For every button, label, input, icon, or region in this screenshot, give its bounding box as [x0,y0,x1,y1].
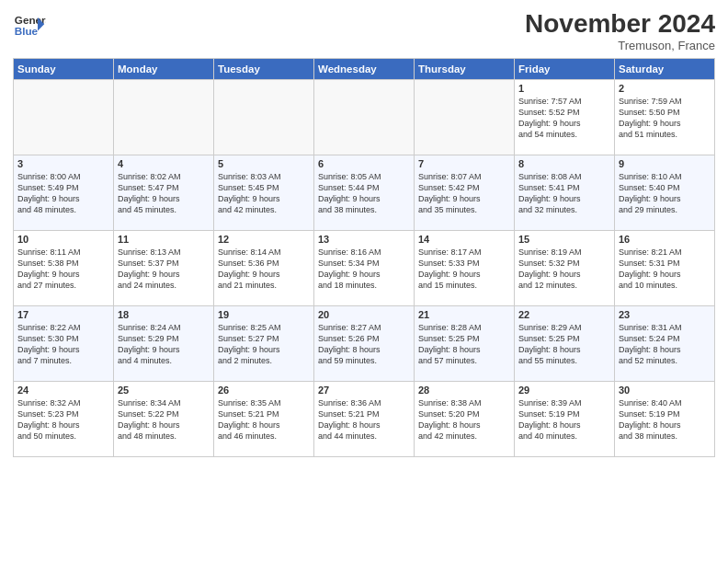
day-info: Sunrise: 8:17 AM Sunset: 5:33 PM Dayligh… [418,247,510,292]
day-number: 17 [17,309,109,320]
day-info: Sunrise: 8:27 AM Sunset: 5:26 PM Dayligh… [318,322,410,367]
day-number: 18 [118,309,210,320]
calendar-cell: 15Sunrise: 8:19 AM Sunset: 5:32 PM Dayli… [515,231,615,306]
day-info: Sunrise: 8:16 AM Sunset: 5:34 PM Dayligh… [318,247,410,292]
day-number: 8 [518,158,610,169]
calendar-cell: 16Sunrise: 8:21 AM Sunset: 5:31 PM Dayli… [615,231,715,306]
day-info: Sunrise: 8:38 AM Sunset: 5:20 PM Dayligh… [418,397,510,442]
calendar-cell: 27Sunrise: 8:36 AM Sunset: 5:21 PM Dayli… [314,382,415,457]
day-number: 2 [619,83,711,94]
day-number: 28 [418,385,510,396]
calendar-table: Sunday Monday Tuesday Wednesday Thursday… [13,58,715,457]
calendar-cell: 10Sunrise: 8:11 AM Sunset: 5:38 PM Dayli… [14,231,114,306]
calendar-week-row: 24Sunrise: 8:32 AM Sunset: 5:23 PM Dayli… [14,382,715,457]
calendar-week-row: 17Sunrise: 8:22 AM Sunset: 5:30 PM Dayli… [14,306,715,382]
day-number: 4 [118,158,210,169]
day-number: 22 [518,309,610,320]
col-tuesday: Tuesday [214,59,314,80]
logo-icon: General Blue [13,9,46,42]
col-saturday: Saturday [615,59,715,80]
day-info: Sunrise: 8:10 AM Sunset: 5:40 PM Dayligh… [619,171,711,216]
calendar-week-row: 3Sunrise: 8:00 AM Sunset: 5:49 PM Daylig… [14,155,715,231]
location: Tremuson, France [525,39,715,52]
col-wednesday: Wednesday [314,59,415,80]
calendar-cell: 2Sunrise: 7:59 AM Sunset: 5:50 PM Daylig… [615,80,715,155]
day-number: 6 [318,158,410,169]
day-number: 26 [218,385,310,396]
calendar-cell: 8Sunrise: 8:08 AM Sunset: 5:41 PM Daylig… [515,155,615,231]
calendar-cell: 4Sunrise: 8:02 AM Sunset: 5:47 PM Daylig… [114,155,214,231]
day-info: Sunrise: 8:40 AM Sunset: 5:19 PM Dayligh… [619,397,711,442]
calendar-cell: 28Sunrise: 8:38 AM Sunset: 5:20 PM Dayli… [415,382,515,457]
day-info: Sunrise: 8:29 AM Sunset: 5:25 PM Dayligh… [518,322,610,367]
day-info: Sunrise: 8:07 AM Sunset: 5:42 PM Dayligh… [418,171,510,216]
day-info: Sunrise: 7:57 AM Sunset: 5:52 PM Dayligh… [518,96,610,141]
month-title: November 2024 [525,9,715,39]
calendar-cell: 5Sunrise: 8:03 AM Sunset: 5:45 PM Daylig… [214,155,314,231]
day-info: Sunrise: 8:35 AM Sunset: 5:21 PM Dayligh… [218,397,310,442]
day-number: 27 [318,385,410,396]
day-number: 29 [518,385,610,396]
page: General Blue November 2024 Tremuson, Fra… [0,0,728,563]
calendar-week-row: 1Sunrise: 7:57 AM Sunset: 5:52 PM Daylig… [14,80,715,155]
calendar-cell: 23Sunrise: 8:31 AM Sunset: 5:24 PM Dayli… [615,306,715,382]
day-number: 12 [218,234,310,245]
day-number: 10 [17,234,109,245]
calendar-cell [114,80,214,155]
calendar-cell: 20Sunrise: 8:27 AM Sunset: 5:26 PM Dayli… [314,306,415,382]
day-info: Sunrise: 8:05 AM Sunset: 5:44 PM Dayligh… [318,171,410,216]
day-info: Sunrise: 8:36 AM Sunset: 5:21 PM Dayligh… [318,397,410,442]
day-number: 14 [418,234,510,245]
day-number: 19 [218,309,310,320]
title-block: November 2024 Tremuson, France [525,9,715,52]
col-thursday: Thursday [415,59,515,80]
svg-text:Blue: Blue [15,25,39,37]
day-number: 7 [418,158,510,169]
day-info: Sunrise: 7:59 AM Sunset: 5:50 PM Dayligh… [619,96,711,141]
day-number: 25 [118,385,210,396]
calendar-week-row: 10Sunrise: 8:11 AM Sunset: 5:38 PM Dayli… [14,231,715,306]
day-number: 16 [619,234,711,245]
logo: General Blue [13,9,46,42]
calendar-cell [415,80,515,155]
header: General Blue November 2024 Tremuson, Fra… [13,9,715,52]
col-monday: Monday [114,59,214,80]
col-friday: Friday [515,59,615,80]
calendar-cell: 9Sunrise: 8:10 AM Sunset: 5:40 PM Daylig… [615,155,715,231]
calendar-cell: 17Sunrise: 8:22 AM Sunset: 5:30 PM Dayli… [14,306,114,382]
day-number: 21 [418,309,510,320]
calendar-cell: 29Sunrise: 8:39 AM Sunset: 5:19 PM Dayli… [515,382,615,457]
day-info: Sunrise: 8:19 AM Sunset: 5:32 PM Dayligh… [518,247,610,292]
day-number: 23 [619,309,711,320]
calendar-cell [314,80,415,155]
day-number: 9 [619,158,711,169]
calendar-cell [14,80,114,155]
day-info: Sunrise: 8:13 AM Sunset: 5:37 PM Dayligh… [118,247,210,292]
day-info: Sunrise: 8:14 AM Sunset: 5:36 PM Dayligh… [218,247,310,292]
day-info: Sunrise: 8:25 AM Sunset: 5:27 PM Dayligh… [218,322,310,367]
day-info: Sunrise: 8:02 AM Sunset: 5:47 PM Dayligh… [118,171,210,216]
day-info: Sunrise: 8:22 AM Sunset: 5:30 PM Dayligh… [17,322,109,367]
calendar-cell: 21Sunrise: 8:28 AM Sunset: 5:25 PM Dayli… [415,306,515,382]
day-info: Sunrise: 8:00 AM Sunset: 5:49 PM Dayligh… [17,171,109,216]
day-info: Sunrise: 8:32 AM Sunset: 5:23 PM Dayligh… [17,397,109,442]
calendar-cell: 12Sunrise: 8:14 AM Sunset: 5:36 PM Dayli… [214,231,314,306]
day-number: 3 [17,158,109,169]
calendar-header-row: Sunday Monday Tuesday Wednesday Thursday… [14,59,715,80]
day-number: 30 [619,385,711,396]
calendar-cell: 1Sunrise: 7:57 AM Sunset: 5:52 PM Daylig… [515,80,615,155]
calendar-cell: 22Sunrise: 8:29 AM Sunset: 5:25 PM Dayli… [515,306,615,382]
calendar-cell: 19Sunrise: 8:25 AM Sunset: 5:27 PM Dayli… [214,306,314,382]
calendar-cell: 25Sunrise: 8:34 AM Sunset: 5:22 PM Dayli… [114,382,214,457]
day-info: Sunrise: 8:24 AM Sunset: 5:29 PM Dayligh… [118,322,210,367]
day-info: Sunrise: 8:34 AM Sunset: 5:22 PM Dayligh… [118,397,210,442]
col-sunday: Sunday [14,59,114,80]
calendar-cell: 14Sunrise: 8:17 AM Sunset: 5:33 PM Dayli… [415,231,515,306]
calendar-cell: 18Sunrise: 8:24 AM Sunset: 5:29 PM Dayli… [114,306,214,382]
calendar-cell [214,80,314,155]
calendar-cell: 30Sunrise: 8:40 AM Sunset: 5:19 PM Dayli… [615,382,715,457]
calendar-cell: 7Sunrise: 8:07 AM Sunset: 5:42 PM Daylig… [415,155,515,231]
calendar-cell: 13Sunrise: 8:16 AM Sunset: 5:34 PM Dayli… [314,231,415,306]
calendar-cell: 26Sunrise: 8:35 AM Sunset: 5:21 PM Dayli… [214,382,314,457]
day-info: Sunrise: 8:39 AM Sunset: 5:19 PM Dayligh… [518,397,610,442]
